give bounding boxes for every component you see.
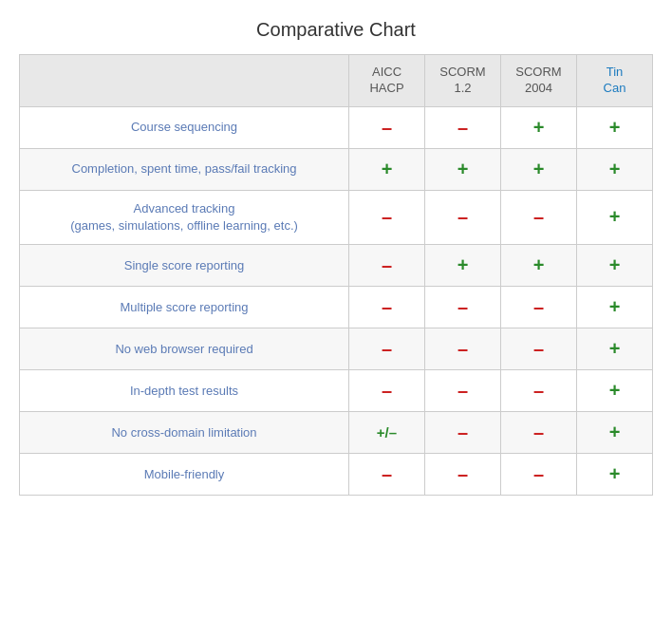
minus-icon: – xyxy=(382,463,392,484)
scorm12-cell: – xyxy=(425,287,501,328)
table-row: No cross-domain limitation +/– – – + xyxy=(20,412,653,454)
minus-icon: – xyxy=(457,296,468,317)
minus-icon: – xyxy=(382,380,392,401)
aicc-cell: +/– xyxy=(349,412,425,454)
minus-icon: – xyxy=(382,206,392,227)
tincan-cell: + xyxy=(577,328,653,370)
scorm2004-cell: – xyxy=(501,370,577,412)
plus-icon: + xyxy=(609,380,621,401)
aicc-cell: – xyxy=(349,370,425,412)
feature-cell: Mobile-friendly xyxy=(20,454,349,496)
minus-icon: – xyxy=(457,206,468,227)
scorm12-cell: + xyxy=(425,245,501,287)
table-row: Course sequencing – – + + xyxy=(20,106,653,148)
minus-icon: – xyxy=(457,338,468,359)
plus-icon: + xyxy=(533,117,545,138)
plus-icon: + xyxy=(609,159,621,179)
chart-wrapper: Comparative Chart AICCHACP SCORM1.2 SCOR… xyxy=(19,19,653,496)
minus-icon: – xyxy=(457,380,468,401)
plus-icon: + xyxy=(609,463,621,484)
scorm12-cell: – xyxy=(425,190,501,244)
tincan-cell: + xyxy=(577,245,653,287)
scorm2004-cell: – xyxy=(501,412,577,454)
minus-icon: – xyxy=(533,380,544,401)
minus-icon: – xyxy=(533,206,544,227)
feature-cell: Completion, spent time, pass/fail tracki… xyxy=(20,148,349,190)
scorm12-cell: – xyxy=(425,454,501,496)
minus-icon: – xyxy=(382,296,392,317)
aicc-cell: + xyxy=(349,148,425,190)
plus-icon: + xyxy=(609,254,621,275)
col-header-scorm12: SCORM1.2 xyxy=(425,55,501,107)
plus-icon: + xyxy=(533,159,545,179)
aicc-cell: – xyxy=(349,106,425,148)
plus-icon: + xyxy=(533,254,545,275)
chart-title: Comparative Chart xyxy=(19,19,653,41)
minus-icon: – xyxy=(533,463,544,484)
minus-icon: – xyxy=(382,254,392,275)
table-row: Mobile-friendly – – – + xyxy=(20,454,653,496)
aicc-cell: – xyxy=(349,287,425,328)
aicc-cell: – xyxy=(349,454,425,496)
plus-icon: + xyxy=(609,422,621,442)
scorm12-cell: + xyxy=(425,148,501,190)
tincan-cell: + xyxy=(577,148,653,190)
plus-icon: + xyxy=(457,254,469,275)
tincan-cell: + xyxy=(577,370,653,412)
plusminus-icon: +/– xyxy=(377,424,397,441)
feature-cell: Course sequencing xyxy=(20,106,349,148)
minus-icon: – xyxy=(533,338,544,359)
scorm12-cell: – xyxy=(425,328,501,370)
comparison-table: AICCHACP SCORM1.2 SCORM2004 TinCan Cours… xyxy=(19,54,653,496)
minus-icon: – xyxy=(382,338,392,359)
scorm2004-cell: – xyxy=(501,454,577,496)
col-header-aicc: AICCHACP xyxy=(349,55,425,107)
table-row: No web browser required – – – + xyxy=(20,328,653,370)
col-header-tincan: TinCan xyxy=(577,55,653,107)
scorm2004-cell: – xyxy=(501,287,577,328)
feature-cell: Single score reporting xyxy=(20,245,349,287)
minus-icon: – xyxy=(533,422,544,442)
aicc-cell: – xyxy=(349,328,425,370)
tincan-cell: + xyxy=(577,412,653,454)
table-row: Completion, spent time, pass/fail tracki… xyxy=(20,148,653,190)
feature-cell: Multiple score reporting xyxy=(20,287,349,328)
feature-cell: No web browser required xyxy=(20,328,349,370)
feature-cell: No cross-domain limitation xyxy=(20,412,349,454)
scorm2004-cell: + xyxy=(501,245,577,287)
col-header-feature xyxy=(20,55,349,107)
aicc-cell: – xyxy=(349,245,425,287)
plus-icon: + xyxy=(609,206,621,227)
scorm12-cell: – xyxy=(425,370,501,412)
plus-icon: + xyxy=(382,159,393,179)
minus-icon: – xyxy=(457,463,468,484)
tincan-cell: + xyxy=(577,287,653,328)
plus-icon: + xyxy=(609,117,621,138)
table-row: Advanced tracking(games, simulations, of… xyxy=(20,190,653,244)
col-header-scorm2004: SCORM2004 xyxy=(501,55,577,107)
table-row: In-depth test results – – – + xyxy=(20,370,653,412)
table-header-row: AICCHACP SCORM1.2 SCORM2004 TinCan xyxy=(20,55,653,107)
plus-icon: + xyxy=(609,338,621,359)
tincan-cell: + xyxy=(577,190,653,244)
plus-icon: + xyxy=(609,296,621,317)
plus-icon: + xyxy=(457,159,469,179)
tincan-cell: + xyxy=(577,106,653,148)
minus-icon: – xyxy=(457,422,468,442)
table-row: Multiple score reporting – – – + xyxy=(20,287,653,328)
scorm2004-cell: – xyxy=(501,328,577,370)
feature-cell: Advanced tracking(games, simulations, of… xyxy=(20,190,349,244)
minus-icon: – xyxy=(457,117,468,138)
scorm2004-cell: + xyxy=(501,148,577,190)
minus-icon: – xyxy=(382,117,392,138)
scorm2004-cell: – xyxy=(501,190,577,244)
scorm12-cell: – xyxy=(425,106,501,148)
minus-icon: – xyxy=(533,296,544,317)
aicc-cell: – xyxy=(349,190,425,244)
scorm12-cell: – xyxy=(425,412,501,454)
table-row: Single score reporting – + + + xyxy=(20,245,653,287)
tincan-cell: + xyxy=(577,454,653,496)
scorm2004-cell: + xyxy=(501,106,577,148)
feature-cell: In-depth test results xyxy=(20,370,349,412)
